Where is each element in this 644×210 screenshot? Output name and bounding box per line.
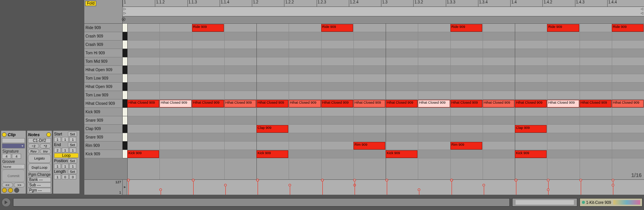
piano-key[interactable] xyxy=(123,24,127,32)
pos-bar[interactable]: 1 xyxy=(54,164,61,169)
note-grid[interactable]: Ride 909Ride 909Ride 909Ride 909Ride 909… xyxy=(127,24,644,179)
midi-note[interactable]: Hihat Closed 909 xyxy=(547,100,579,107)
lane-label[interactable]: Tom Low 909 xyxy=(84,74,123,83)
sig-numerator[interactable]: 4 xyxy=(2,154,11,159)
velocity-stem[interactable] xyxy=(452,182,452,195)
midi-note[interactable]: Kick 909 xyxy=(256,150,288,158)
reverse-button[interactable]: Rev xyxy=(28,149,39,154)
piano-key[interactable] xyxy=(123,32,127,41)
velocity-stem[interactable] xyxy=(387,182,387,195)
commit-button[interactable]: Commit xyxy=(2,169,25,182)
midi-note[interactable]: Ride 909 xyxy=(612,24,644,32)
lane-label[interactable]: Snare 909 xyxy=(84,116,123,125)
sig-denominator[interactable]: 4 xyxy=(12,154,21,159)
velocity-handle[interactable] xyxy=(127,179,130,182)
velocity-stem[interactable] xyxy=(419,191,419,195)
piano-key[interactable] xyxy=(123,116,127,125)
midi-note[interactable]: Hihat Closed 909 xyxy=(353,100,385,107)
velocity-handle[interactable] xyxy=(515,179,518,182)
length-set-button[interactable]: Set xyxy=(68,169,77,174)
invert-button[interactable]: Inv xyxy=(40,149,51,154)
device-scroll-area[interactable] xyxy=(13,198,510,207)
midi-note[interactable]: Hihat Closed 909 xyxy=(386,100,417,107)
velocity-stem[interactable] xyxy=(290,187,290,195)
piano-key[interactable] xyxy=(123,57,127,66)
lane-label[interactable]: Tom Hi 909 xyxy=(84,49,123,57)
velocity-handle[interactable] xyxy=(192,179,194,182)
midi-note[interactable]: Hihat Closed 909 xyxy=(612,100,644,107)
notes-hint-icon[interactable] xyxy=(46,132,51,137)
velocity-editor[interactable] xyxy=(127,180,644,195)
midi-note[interactable]: Hihat Closed 909 xyxy=(515,100,547,107)
loop-toggle[interactable]: Loop xyxy=(54,153,79,158)
groove-combo[interactable]: None xyxy=(2,164,25,169)
velocity-stem[interactable] xyxy=(161,191,161,195)
start-beat[interactable]: 1 xyxy=(62,137,69,142)
velocity-handle[interactable] xyxy=(224,184,227,186)
velocity-stem[interactable] xyxy=(193,182,194,195)
clip-color-combo[interactable] xyxy=(2,143,25,148)
loop-brace[interactable]: ▷ ◁ ▷ ◁ xyxy=(123,7,644,16)
midi-note[interactable]: Ride 909 xyxy=(192,24,224,32)
pgm-field[interactable]: Pgm --- xyxy=(28,188,51,193)
len-sixteenth[interactable]: 0 xyxy=(69,174,76,179)
start-bar[interactable]: 1 xyxy=(54,137,61,142)
pos-beat[interactable]: 1 xyxy=(62,164,69,169)
pos-sixteenth[interactable]: 1 xyxy=(69,164,76,169)
midi-note[interactable]: Hihat Closed 909 xyxy=(224,100,256,107)
lane-label[interactable]: Ride 909 xyxy=(84,24,123,32)
end-set-button[interactable]: Set xyxy=(68,142,77,147)
velocity-handle[interactable] xyxy=(450,179,453,182)
piano-key[interactable] xyxy=(123,74,127,83)
piano-key[interactable] xyxy=(123,83,127,91)
velocity-stem[interactable] xyxy=(322,182,323,195)
beat-ruler[interactable]: 11.1.21.1.31.1.41.21.2.21.2.31.2.41.31.3… xyxy=(123,0,644,7)
position-set-button[interactable]: Set xyxy=(68,158,77,163)
lane-label[interactable]: Crash 909 xyxy=(84,32,123,41)
velocity-handle[interactable] xyxy=(611,184,614,186)
velocity-handle[interactable] xyxy=(321,179,324,182)
midi-note[interactable]: Hihat Closed 909 xyxy=(192,100,224,107)
end-beat[interactable]: 1 xyxy=(62,148,69,153)
velocity-handle[interactable] xyxy=(418,188,421,191)
panel-icon-1[interactable] xyxy=(2,188,7,193)
lane-label[interactable]: Crash 909 xyxy=(84,41,123,49)
midi-note[interactable]: Kick 909 xyxy=(127,150,159,158)
bank-field[interactable]: Bank --- xyxy=(28,177,51,182)
piano-key[interactable] xyxy=(123,142,127,150)
end-bar[interactable]: 2 xyxy=(54,148,61,153)
midi-note[interactable]: Hihat Closed 909 xyxy=(159,100,191,107)
velocity-handle[interactable] xyxy=(353,179,356,182)
piano-key[interactable] xyxy=(123,99,127,108)
midi-note[interactable]: Hihat Closed 909 xyxy=(321,100,353,107)
lane-label[interactable]: Tom Mid 909 xyxy=(84,57,123,66)
double-button[interactable]: *2 xyxy=(40,143,51,148)
end-sixteenth[interactable]: 1 xyxy=(69,148,76,153)
velocity-handle[interactable] xyxy=(159,188,162,191)
panel-icon-2[interactable] xyxy=(8,188,13,193)
velocity-stem[interactable] xyxy=(258,182,258,195)
len-bar[interactable]: 1 xyxy=(54,174,61,179)
velocity-stem[interactable] xyxy=(516,182,516,195)
piano-key[interactable] xyxy=(123,125,127,133)
velocity-handle[interactable] xyxy=(579,179,582,182)
lane-label[interactable]: Kick 909 xyxy=(84,150,123,158)
velocity-handle[interactable] xyxy=(289,184,291,186)
piano-key[interactable] xyxy=(123,150,127,158)
midi-note[interactable]: Hihat Closed 909 xyxy=(289,100,320,107)
midi-note[interactable]: Rim 909 xyxy=(450,142,482,150)
lane-label[interactable]: Snare 909 xyxy=(84,133,123,142)
midi-note[interactable]: Clap 909 xyxy=(256,125,288,133)
panel-icon-3[interactable] xyxy=(14,188,19,193)
midi-note[interactable]: Kick 909 xyxy=(386,150,417,158)
velocity-stem[interactable] xyxy=(225,187,226,195)
velocity-stem[interactable] xyxy=(484,187,484,195)
duplicate-loop-button[interactable]: Dupl.Loop xyxy=(28,163,51,172)
velocity-stem[interactable] xyxy=(581,182,581,195)
lane-label[interactable]: Hihat Open 909 xyxy=(84,83,123,91)
nudge-back-button[interactable]: << xyxy=(2,182,13,187)
lane-label[interactable]: Hihat Closed 909 xyxy=(84,99,123,108)
start-set-button[interactable]: Set xyxy=(68,132,77,137)
midi-note[interactable]: Clap 909 xyxy=(515,125,547,133)
midi-note[interactable]: Hihat Closed 909 xyxy=(450,100,482,107)
